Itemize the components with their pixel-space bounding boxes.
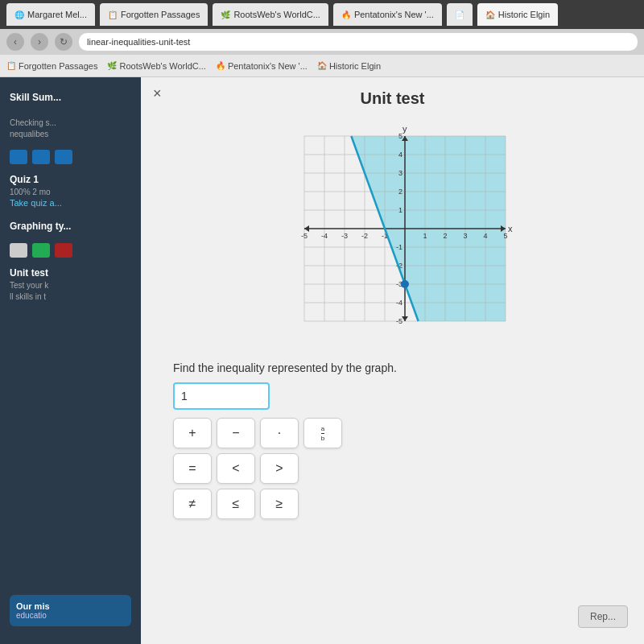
answer-input[interactable] — [173, 382, 270, 410]
icon-blue2 — [32, 150, 50, 164]
key-minus[interactable]: − — [217, 418, 255, 448]
keypad: + − · a b = < > ≠ — [173, 418, 612, 519]
tab-margaret[interactable]: 🌐 Margaret Mel... — [6, 3, 95, 26]
bookmarks-bar: 📋 Forgotten Passages 🌿 RootsWeb's WorldC… — [0, 55, 644, 77]
tab-forgotten[interactable]: 📋 Forgotten Passages — [100, 3, 208, 26]
icon-blue3 — [55, 150, 72, 164]
question-area: Find the inequality represented by the g… — [141, 349, 644, 531]
sidebar-checking: Checking s... nequalibes — [0, 111, 141, 147]
icon-blue1 — [10, 150, 27, 164]
inequality-graph — [264, 120, 522, 345]
icon-red — [55, 243, 72, 258]
sidebar-icons-checking — [0, 147, 141, 167]
icon-grey1 — [10, 243, 27, 258]
bookmark-rootsweb[interactable]: 🌿 RootsWeb's WorldC... — [107, 61, 205, 71]
keypad-row-3: ≠ ≤ ≥ — [173, 489, 612, 519]
content-area: × Unit test Find the inequality represen… — [141, 77, 644, 644]
reply-button[interactable]: Rep... — [578, 605, 628, 628]
refresh-button[interactable]: ↻ — [55, 33, 72, 51]
url-bar[interactable]: linear-inequalities-unit-test — [79, 33, 638, 51]
sidebar-bottom: Our mis educatio — [0, 585, 141, 636]
sidebar-quiz[interactable]: Quiz 1 100% 2 mo Take quiz a... — [0, 167, 141, 214]
nav-bar: ‹ › ↻ linear-inequalities-unit-test — [0, 29, 644, 55]
tab-historic-elgin[interactable]: 🏠 Historic Elgin — [477, 3, 558, 26]
icon-green — [32, 243, 50, 258]
keypad-row-2: = < > — [173, 453, 612, 484]
tab-pentatonix[interactable]: 🔥 Pentatonix's New '... — [333, 3, 442, 26]
back-button[interactable]: ‹ — [6, 33, 24, 51]
page-title: Unit test — [141, 77, 644, 116]
key-greater-than[interactable]: > — [260, 453, 299, 484]
key-equals[interactable]: = — [173, 453, 212, 484]
our-mission-box: Our mis educatio — [10, 595, 131, 626]
tab-blank[interactable]: 📄 — [447, 3, 473, 26]
sidebar: Skill Sum... Checking s... nequalibes Qu… — [0, 77, 141, 644]
tab-rootsweb[interactable]: 🌿 RootsWeb's WorldC... — [213, 3, 328, 26]
bookmark-historic-elgin[interactable]: 🏠 Historic Elgin — [317, 61, 381, 71]
main-content: Skill Sum... Checking s... nequalibes Qu… — [0, 77, 644, 644]
sidebar-unit-test[interactable]: Unit test Test your k ll skills in t — [0, 261, 141, 309]
key-dot[interactable]: · — [260, 418, 299, 448]
close-button[interactable]: × — [153, 85, 162, 102]
key-less-equal[interactable]: ≤ — [217, 489, 255, 519]
keypad-row-1: + − · a b — [173, 418, 612, 448]
bookmark-pentatonix[interactable]: 🔥 Pentatonix's New '... — [216, 61, 308, 71]
sidebar-icons-graphing — [0, 240, 141, 261]
graph-wrapper — [264, 120, 522, 345]
key-plus[interactable]: + — [173, 418, 212, 448]
question-text: Find the inequality represented by the g… — [173, 361, 612, 374]
key-less-than[interactable]: < — [217, 453, 255, 484]
forward-button[interactable]: › — [31, 33, 48, 51]
browser-chrome: 🌐 Margaret Mel... 📋 Forgotten Passages 🌿… — [0, 0, 644, 29]
key-greater-equal[interactable]: ≥ — [260, 489, 299, 519]
bookmark-forgotten[interactable]: 📋 Forgotten Passages — [6, 61, 97, 71]
key-not-equals[interactable]: ≠ — [173, 489, 212, 519]
sidebar-graphing[interactable]: Graphing ty... — [0, 214, 141, 240]
sidebar-skill-summary: Skill Sum... — [0, 85, 141, 111]
key-fraction[interactable]: a b — [303, 418, 342, 448]
graph-container — [141, 116, 644, 349]
